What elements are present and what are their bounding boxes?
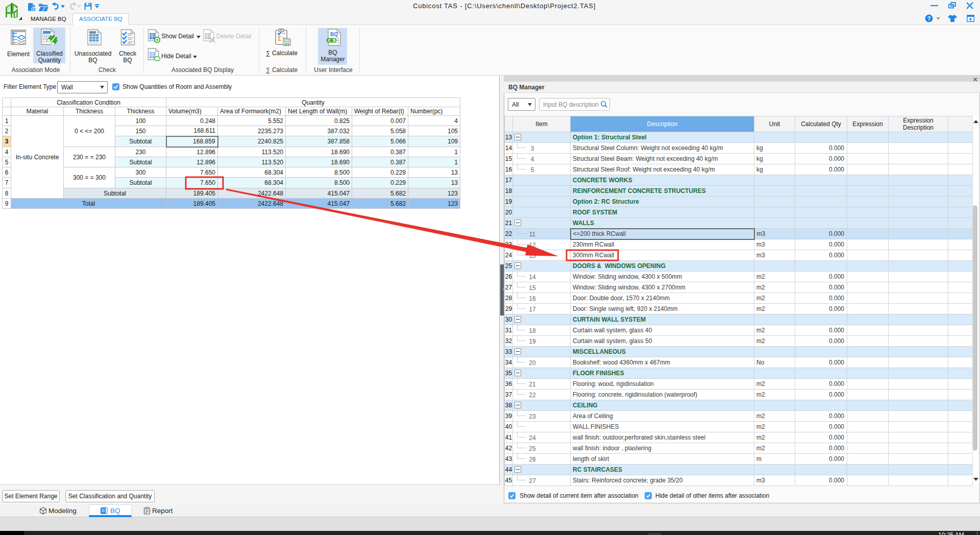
svg-text:Σ: Σ — [278, 35, 281, 42]
svg-text:?: ? — [927, 15, 931, 21]
svg-text:BQ: BQ — [330, 32, 338, 37]
